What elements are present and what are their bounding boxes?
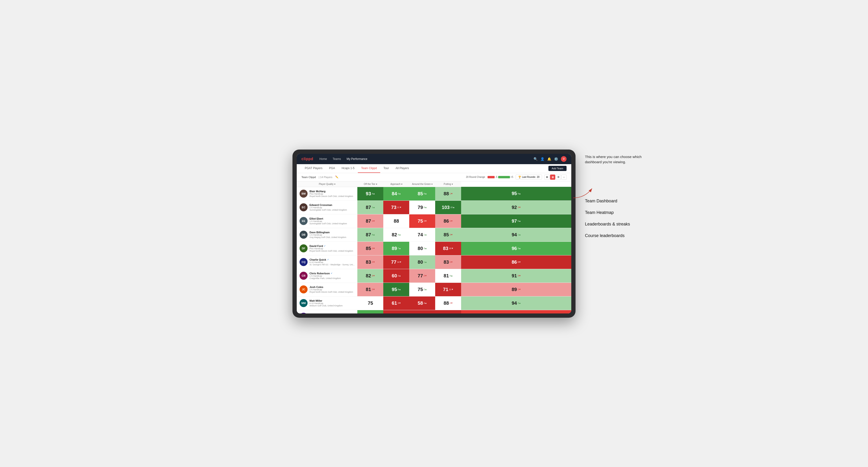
table-row[interactable]: CR Chris Robertson ✓ 1-5 Handicap Craigm…: [297, 269, 571, 283]
bar-red: [488, 176, 495, 178]
player-club: Royal North Devon Golf Club, United King…: [309, 291, 354, 293]
metric-cell-2: 75 3▼: [409, 214, 435, 228]
tab-pga[interactable]: PGA: [326, 164, 338, 173]
data-table: Player Quality ▾ Off the Tee ▾ Appro: [297, 181, 571, 313]
table-row[interactable]: DB Dave Billingham 1-5 Handicap Gog Mago…: [297, 228, 571, 242]
last-rounds-button[interactable]: 🏆 Last Rounds: 20: [516, 175, 542, 180]
metric-number: 87: [366, 205, 371, 210]
edit-icon[interactable]: ✏️: [335, 176, 338, 179]
table-row[interactable]: MM Matt Miller 6-10 Handicap Woburn Golf…: [297, 296, 571, 310]
verified-icon: ✓: [327, 258, 329, 261]
profile-icon[interactable]: 👤: [540, 157, 545, 161]
metric-change: 14▼: [397, 261, 402, 263]
table-row[interactable]: JC Josh Coles 1-5 Handicap Royal North D…: [297, 283, 571, 296]
metric-change: 1▲: [424, 234, 427, 236]
metric-cell-3: 86 6▼: [435, 214, 461, 228]
col-header-putting[interactable]: Putting ▾: [435, 181, 461, 187]
metric-number: 83: [366, 259, 371, 265]
view-heatmap-icon[interactable]: ▦: [550, 175, 555, 180]
col-header-off-tee[interactable]: Off the Tee ▾: [357, 181, 383, 187]
metric-number: 89: [512, 287, 517, 292]
view-list-icon[interactable]: ☰: [556, 175, 561, 180]
tab-team-clippd[interactable]: Team Clippd: [358, 164, 380, 173]
metric-change: 3▲: [518, 302, 521, 304]
nav-link-home[interactable]: Home: [319, 157, 328, 161]
table-row[interactable]: AN Aaron Nicholls 11-15 Handicap Drift G…: [297, 310, 571, 313]
metric-change: 2▲: [424, 288, 427, 290]
metric-change: 3▼: [518, 206, 521, 209]
metric-cell-2: 75 2▲: [409, 283, 435, 296]
metric-value-box: 87 3▼: [357, 214, 383, 228]
col-header-approach[interactable]: Approach ▾: [383, 181, 409, 187]
nav-link-my-performance[interactable]: My Performance: [346, 157, 368, 161]
tab-all-players[interactable]: All Players: [392, 164, 412, 173]
metric-number: 89: [392, 246, 397, 251]
metric-value-box: 88: [383, 214, 409, 228]
metric-value-box: 75: [357, 297, 383, 310]
metric-number: 73: [391, 205, 396, 210]
metric-value-box: 58 4▲: [409, 297, 435, 310]
player-club: Sunningdale Golf Club, United Kingdom: [309, 222, 354, 225]
nav-link-teams[interactable]: Teams: [332, 157, 341, 161]
metric-value-box: 103 15▲: [435, 201, 461, 214]
table-row[interactable]: CQ Charlie Quick ✓ 6-10 Handicap St. Geo…: [297, 255, 571, 269]
metric-change: 1▲: [424, 261, 427, 263]
tab-tour[interactable]: Tour: [380, 164, 392, 173]
metric-change: 7▲: [398, 247, 401, 250]
table-row[interactable]: EE Elliot Ebert 1-5 Handicap Sunningdale…: [297, 214, 571, 228]
table-row[interactable]: DF David Ford ✓ Plus Handicap Royal Nort…: [297, 242, 571, 255]
round-change-bar: -5 +5: [488, 176, 513, 178]
player-info: Dave Billingham 1-5 Handicap Gog Magog G…: [309, 231, 354, 239]
metric-number: 95: [392, 287, 397, 292]
player-name: Josh Coles: [309, 286, 354, 288]
metric-change: 10▼: [449, 247, 454, 250]
bell-icon[interactable]: 🔔: [547, 157, 551, 161]
metric-cell-2: 74 1▲: [409, 228, 435, 242]
tab-hcaps[interactable]: Hcaps 1-5: [338, 164, 358, 173]
table-header: Player Quality ▾ Off the Tee ▾ Appro: [297, 181, 571, 187]
avatar[interactable]: U: [561, 156, 566, 162]
player-avatar: EC: [300, 203, 308, 211]
metric-cell-2: 80 1▲: [409, 255, 435, 269]
table-row[interactable]: BM Blair McHarg Plus Handicap Royal Nort…: [297, 187, 571, 200]
metric-value-box: 89 2▼: [461, 283, 571, 296]
metric-cell-2: 80 3▲: [409, 242, 435, 255]
view-grid-icon[interactable]: ⊞: [545, 175, 550, 180]
metric-number: 93: [366, 191, 371, 196]
tab-pgat-players[interactable]: PGAT Players: [302, 164, 326, 173]
metric-number: 61: [392, 301, 397, 306]
metric-cell-2: 58 4▲: [409, 296, 435, 310]
table-row[interactable]: EC Edward Crossman 1-5 Handicap Sunningd…: [297, 200, 571, 214]
metric-number: 84: [392, 191, 397, 196]
metric-value-box: 60 1▼: [383, 310, 409, 313]
metric-change: 4▲: [372, 234, 375, 236]
round-change-neg: -5: [495, 176, 497, 178]
metric-cell-3: 71 11▼: [435, 283, 461, 296]
player-handicap: 6-10 Handicap: [309, 261, 354, 263]
metric-cell-1: 61 3▼: [383, 296, 409, 310]
search-icon[interactable]: 🔍: [533, 157, 537, 161]
player-name: Aaron Nicholls: [309, 313, 354, 313]
verified-icon: ✓: [331, 272, 333, 275]
player-cell: MM Matt Miller 6-10 Handicap Woburn Golf…: [297, 296, 357, 310]
metric-number: 80: [418, 259, 423, 265]
tab-bar: PGAT Players PGA Hcaps 1-5 Team Clippd T…: [297, 164, 571, 173]
metric-change: 8▲: [424, 192, 427, 195]
view-download-icon[interactable]: ↓: [561, 175, 566, 180]
col-header-around-green[interactable]: Around the Green ▾: [409, 181, 435, 187]
metric-number: 82: [366, 273, 371, 279]
annotation-item-0: Team Dashboard: [585, 198, 656, 204]
player-avatar: DF: [300, 244, 308, 252]
metric-cell-0: 82 3▼: [357, 269, 383, 283]
settings-icon[interactable]: ⚙️: [554, 157, 558, 161]
metric-change: 3▲: [518, 247, 521, 250]
metric-number: 88: [444, 301, 449, 306]
metric-value-box: 74 1▲: [409, 228, 435, 242]
metric-change: 4▲: [372, 192, 375, 195]
metric-number: 95: [512, 191, 517, 196]
metric-number: 103: [442, 205, 450, 210]
metric-number: 80: [418, 246, 423, 251]
add-team-button[interactable]: Add Team: [549, 166, 566, 171]
metric-value-box: 87 1▲: [357, 201, 383, 214]
metric-cell-1: 60 1▼: [383, 310, 409, 313]
